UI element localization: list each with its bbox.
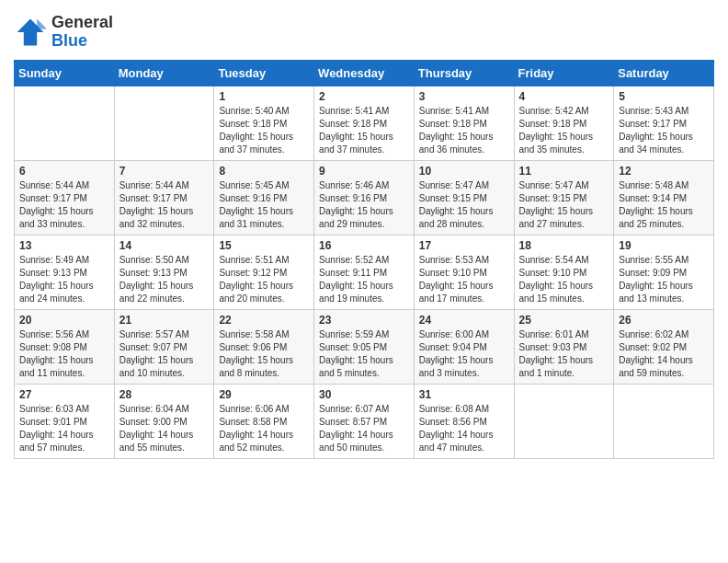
- calendar-day-cell: 22Sunrise: 5:58 AM Sunset: 9:06 PM Dayli…: [214, 309, 314, 384]
- calendar-day-cell: 5Sunrise: 5:43 AM Sunset: 9:17 PM Daylig…: [614, 86, 714, 160]
- day-detail: Sunrise: 6:00 AM Sunset: 9:04 PM Dayligh…: [419, 328, 509, 380]
- day-detail: Sunrise: 5:43 AM Sunset: 9:17 PM Dayligh…: [619, 105, 709, 156]
- day-detail: Sunrise: 5:58 AM Sunset: 9:06 PM Dayligh…: [219, 328, 309, 380]
- calendar-day-cell: 26Sunrise: 6:02 AM Sunset: 9:02 PM Dayli…: [614, 309, 714, 384]
- calendar-day-cell: 21Sunrise: 5:57 AM Sunset: 9:07 PM Dayli…: [114, 309, 214, 384]
- day-number: 6: [19, 165, 109, 178]
- calendar-day-cell: 16Sunrise: 5:52 AM Sunset: 9:11 PM Dayli…: [314, 235, 415, 309]
- day-number: 26: [619, 314, 709, 327]
- day-detail: Sunrise: 6:06 AM Sunset: 8:58 PM Dayligh…: [219, 403, 309, 454]
- day-detail: Sunrise: 5:56 AM Sunset: 9:08 PM Dayligh…: [19, 328, 109, 380]
- calendar-day-cell: 25Sunrise: 6:01 AM Sunset: 9:03 PM Dayli…: [514, 309, 614, 384]
- weekday-header-cell: Wednesday: [314, 60, 415, 86]
- day-number: 7: [119, 165, 210, 178]
- day-number: 9: [319, 165, 409, 178]
- day-detail: Sunrise: 5:49 AM Sunset: 9:13 PM Dayligh…: [19, 254, 109, 305]
- day-detail: Sunrise: 5:52 AM Sunset: 9:11 PM Dayligh…: [319, 254, 409, 305]
- day-detail: Sunrise: 5:47 AM Sunset: 9:15 PM Dayligh…: [419, 179, 509, 231]
- day-number: 16: [319, 239, 409, 252]
- calendar-day-cell: 6Sunrise: 5:44 AM Sunset: 9:17 PM Daylig…: [15, 160, 115, 235]
- day-number: 22: [219, 314, 309, 327]
- calendar-day-cell: 10Sunrise: 5:47 AM Sunset: 9:15 PM Dayli…: [414, 160, 514, 235]
- calendar-day-cell: 19Sunrise: 5:55 AM Sunset: 9:09 PM Dayli…: [614, 235, 714, 309]
- day-number: 3: [419, 90, 509, 103]
- day-number: 13: [19, 239, 109, 252]
- day-detail: Sunrise: 6:04 AM Sunset: 9:00 PM Dayligh…: [119, 403, 210, 454]
- day-detail: Sunrise: 6:01 AM Sunset: 9:03 PM Dayligh…: [519, 328, 609, 380]
- calendar-day-cell: 3Sunrise: 5:41 AM Sunset: 9:18 PM Daylig…: [414, 86, 514, 160]
- weekday-header-cell: Saturday: [614, 60, 714, 86]
- calendar-day-cell: 31Sunrise: 6:08 AM Sunset: 8:56 PM Dayli…: [414, 384, 514, 458]
- calendar-day-cell: 11Sunrise: 5:47 AM Sunset: 9:15 PM Dayli…: [514, 160, 614, 235]
- day-number: 19: [619, 239, 709, 252]
- calendar-day-cell: 1Sunrise: 5:40 AM Sunset: 9:18 PM Daylig…: [214, 86, 314, 160]
- calendar-week-row: 6Sunrise: 5:44 AM Sunset: 9:17 PM Daylig…: [15, 160, 714, 235]
- day-number: 29: [219, 388, 309, 401]
- day-number: 27: [19, 388, 109, 401]
- calendar-week-row: 1Sunrise: 5:40 AM Sunset: 9:18 PM Daylig…: [15, 86, 714, 160]
- day-detail: Sunrise: 5:44 AM Sunset: 9:17 PM Dayligh…: [19, 179, 109, 231]
- day-detail: Sunrise: 6:07 AM Sunset: 8:57 PM Dayligh…: [319, 403, 409, 454]
- calendar-day-cell: [514, 384, 614, 458]
- day-detail: Sunrise: 5:47 AM Sunset: 9:15 PM Dayligh…: [519, 179, 609, 231]
- day-number: 23: [319, 314, 409, 327]
- day-number: 15: [219, 239, 309, 252]
- day-number: 14: [119, 239, 210, 252]
- day-number: 5: [619, 90, 709, 103]
- day-number: 28: [119, 388, 210, 401]
- day-number: 31: [419, 388, 509, 401]
- page-header: General Blue: [14, 14, 714, 51]
- day-number: 4: [519, 90, 609, 103]
- day-detail: Sunrise: 5:41 AM Sunset: 9:18 PM Dayligh…: [419, 105, 509, 156]
- calendar-week-row: 27Sunrise: 6:03 AM Sunset: 9:01 PM Dayli…: [15, 384, 714, 458]
- calendar-day-cell: 29Sunrise: 6:06 AM Sunset: 8:58 PM Dayli…: [214, 384, 314, 458]
- day-detail: Sunrise: 5:50 AM Sunset: 9:13 PM Dayligh…: [119, 254, 210, 305]
- day-detail: Sunrise: 5:48 AM Sunset: 9:14 PM Dayligh…: [619, 179, 709, 231]
- calendar-day-cell: 14Sunrise: 5:50 AM Sunset: 9:13 PM Dayli…: [114, 235, 214, 309]
- day-number: 30: [319, 388, 409, 401]
- day-number: 25: [519, 314, 609, 327]
- calendar-day-cell: 23Sunrise: 5:59 AM Sunset: 9:05 PM Dayli…: [314, 309, 415, 384]
- calendar-day-cell: 8Sunrise: 5:45 AM Sunset: 9:16 PM Daylig…: [214, 160, 314, 235]
- day-detail: Sunrise: 5:59 AM Sunset: 9:05 PM Dayligh…: [319, 328, 409, 380]
- day-number: 2: [319, 90, 409, 103]
- day-number: 1: [219, 90, 309, 103]
- day-detail: Sunrise: 5:42 AM Sunset: 9:18 PM Dayligh…: [519, 105, 609, 156]
- day-detail: Sunrise: 6:03 AM Sunset: 9:01 PM Dayligh…: [19, 403, 109, 454]
- weekday-header-cell: Sunday: [15, 60, 115, 86]
- calendar-day-cell: 2Sunrise: 5:41 AM Sunset: 9:18 PM Daylig…: [314, 86, 415, 160]
- calendar-day-cell: 20Sunrise: 5:56 AM Sunset: 9:08 PM Dayli…: [15, 309, 115, 384]
- calendar-day-cell: 27Sunrise: 6:03 AM Sunset: 9:01 PM Dayli…: [15, 384, 115, 458]
- day-number: 20: [19, 314, 109, 327]
- day-detail: Sunrise: 5:55 AM Sunset: 9:09 PM Dayligh…: [619, 254, 709, 305]
- calendar-table: SundayMondayTuesdayWednesdayThursdayFrid…: [14, 60, 714, 459]
- weekday-header-cell: Thursday: [414, 60, 514, 86]
- day-detail: Sunrise: 5:40 AM Sunset: 9:18 PM Dayligh…: [219, 105, 309, 156]
- day-detail: Sunrise: 5:41 AM Sunset: 9:18 PM Dayligh…: [319, 105, 409, 156]
- day-detail: Sunrise: 5:53 AM Sunset: 9:10 PM Dayligh…: [419, 254, 509, 305]
- day-detail: Sunrise: 6:02 AM Sunset: 9:02 PM Dayligh…: [619, 328, 709, 380]
- day-number: 10: [419, 165, 509, 178]
- calendar-day-cell: 28Sunrise: 6:04 AM Sunset: 9:00 PM Dayli…: [114, 384, 214, 458]
- calendar-day-cell: 7Sunrise: 5:44 AM Sunset: 9:17 PM Daylig…: [114, 160, 214, 235]
- calendar-day-cell: [614, 384, 714, 458]
- day-number: 21: [119, 314, 210, 327]
- day-detail: Sunrise: 5:51 AM Sunset: 9:12 PM Dayligh…: [219, 254, 309, 305]
- weekday-header-cell: Monday: [114, 60, 214, 86]
- calendar-day-cell: 12Sunrise: 5:48 AM Sunset: 9:14 PM Dayli…: [614, 160, 714, 235]
- day-detail: Sunrise: 6:08 AM Sunset: 8:56 PM Dayligh…: [419, 403, 509, 454]
- calendar-day-cell: 15Sunrise: 5:51 AM Sunset: 9:12 PM Dayli…: [214, 235, 314, 309]
- logo: General Blue: [14, 14, 113, 51]
- calendar-body: 1Sunrise: 5:40 AM Sunset: 9:18 PM Daylig…: [15, 86, 714, 458]
- calendar-week-row: 13Sunrise: 5:49 AM Sunset: 9:13 PM Dayli…: [15, 235, 714, 309]
- calendar-day-cell: 24Sunrise: 6:00 AM Sunset: 9:04 PM Dayli…: [414, 309, 514, 384]
- weekday-header-cell: Tuesday: [214, 60, 314, 86]
- calendar-day-cell: [114, 86, 214, 160]
- day-detail: Sunrise: 5:45 AM Sunset: 9:16 PM Dayligh…: [219, 179, 309, 231]
- svg-marker-1: [37, 18, 47, 29]
- day-number: 8: [219, 165, 309, 178]
- day-number: 17: [419, 239, 509, 252]
- calendar-week-row: 20Sunrise: 5:56 AM Sunset: 9:08 PM Dayli…: [15, 309, 714, 384]
- day-number: 12: [619, 165, 709, 178]
- weekday-header-row: SundayMondayTuesdayWednesdayThursdayFrid…: [15, 60, 714, 86]
